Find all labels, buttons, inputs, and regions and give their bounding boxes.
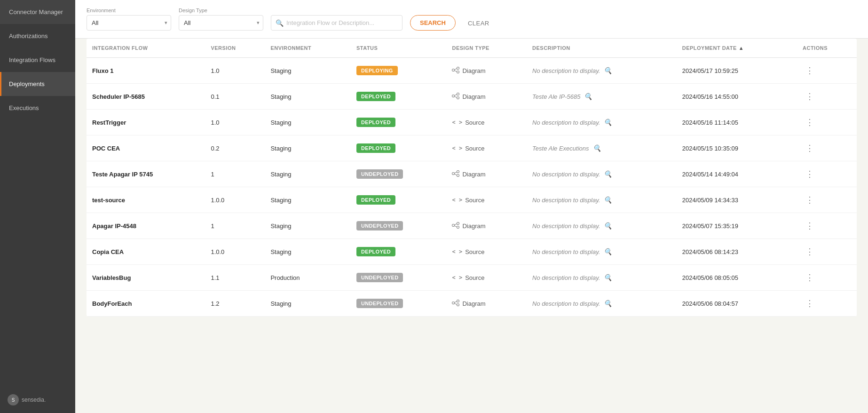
design-type-label: Source xyxy=(465,274,484,281)
magnify-icon[interactable]: 🔍 xyxy=(604,248,612,255)
search-input[interactable] xyxy=(271,15,402,31)
actions-menu-button[interactable]: ⋮ xyxy=(803,116,817,128)
design-type-filter-group: Design Type All Diagram Source xyxy=(179,8,263,31)
magnify-icon[interactable]: 🔍 xyxy=(593,144,601,152)
deployments-table: INTEGRATION FLOWVERSIONENVIRONMENTSTATUS… xyxy=(87,39,857,317)
svg-point-22 xyxy=(457,303,459,306)
status-badge: UNDEPLOYED xyxy=(356,169,403,179)
version-cell: 1.0 xyxy=(205,58,265,84)
version-cell: 0.2 xyxy=(205,135,265,161)
svg-line-13 xyxy=(455,172,457,173)
col-header-deployment-date[interactable]: DEPLOYMENT DATE▲ xyxy=(677,39,797,58)
description-cell: No description to display. 🔍 xyxy=(527,213,677,239)
svg-line-18 xyxy=(455,223,457,224)
description-text: No description to display. xyxy=(532,119,600,126)
status-cell: UNDEPLOYED xyxy=(351,213,446,239)
table-row: RestTrigger1.0StagingDEPLOYED< >Source N… xyxy=(87,110,857,135)
magnify-icon[interactable]: 🔍 xyxy=(604,222,612,230)
clear-button[interactable]: CLEAR xyxy=(463,16,494,31)
svg-point-20 xyxy=(452,302,455,304)
flow-name-cell: Apagar IP-4548 xyxy=(87,213,205,239)
flow-name-cell: POC CEA xyxy=(87,135,205,161)
environment-cell: Staging xyxy=(265,187,351,213)
environment-cell: Staging xyxy=(265,135,351,161)
search-wrapper: 🔍 xyxy=(271,15,402,31)
environment-cell: Staging xyxy=(265,291,351,317)
flow-name: Copia CEA xyxy=(92,248,124,255)
magnify-icon[interactable]: 🔍 xyxy=(604,196,612,204)
actions-menu-button[interactable]: ⋮ xyxy=(803,90,817,103)
deployment-date-cell: 2024/05/14 14:49:04 xyxy=(677,161,797,187)
design-type-select[interactable]: All Diagram Source xyxy=(179,15,263,31)
sidebar-item-authorizations[interactable]: Authorizations xyxy=(0,24,75,48)
description-text: Teste Ale Executions xyxy=(532,145,589,152)
diagram-icon xyxy=(452,300,459,308)
environment-select[interactable]: All Staging Production xyxy=(87,15,171,31)
actions-menu-button[interactable]: ⋮ xyxy=(803,194,817,206)
sidebar-item-integration-flows[interactable]: Integration Flows xyxy=(0,48,75,72)
design-type-cell: Diagram xyxy=(446,213,527,239)
magnify-icon[interactable]: 🔍 xyxy=(604,274,612,281)
environment-label: Environment xyxy=(87,8,171,13)
svg-line-9 xyxy=(455,96,457,97)
design-type-cell: Diagram xyxy=(446,161,527,187)
svg-point-21 xyxy=(457,300,459,302)
svg-point-5 xyxy=(452,95,455,97)
description-cell: Teste Ale IP-5685 🔍 xyxy=(527,84,677,110)
status-badge: DEPLOYED xyxy=(356,247,395,256)
sidebar-item-deployments[interactable]: Deployments xyxy=(0,72,75,96)
magnify-icon[interactable]: 🔍 xyxy=(604,170,612,178)
col-header-environment: ENVIRONMENT xyxy=(265,39,351,58)
svg-point-1 xyxy=(457,67,459,69)
status-badge: DEPLOYED xyxy=(356,118,395,127)
version-cell: 1.0.0 xyxy=(205,187,265,213)
design-type-cell: < >Source xyxy=(446,110,527,135)
description-text: No description to display. xyxy=(532,300,600,307)
design-type-label: Diagram xyxy=(462,222,485,230)
actions-menu-button[interactable]: ⋮ xyxy=(803,271,817,284)
magnify-icon[interactable]: 🔍 xyxy=(604,300,612,307)
environment-filter-group: Environment All Staging Production xyxy=(87,8,171,31)
flow-name-cell: test-source xyxy=(87,187,205,213)
magnify-icon[interactable]: 🔍 xyxy=(584,93,592,100)
source-icon: < > xyxy=(452,274,462,281)
flow-name: VariablesBug xyxy=(92,274,131,281)
magnify-icon[interactable]: 🔍 xyxy=(604,67,612,74)
status-cell: UNDEPLOYED xyxy=(351,161,446,187)
actions-cell: ⋮ xyxy=(797,265,857,291)
table-row: Copia CEA1.0.0StagingDEPLOYED< >Source N… xyxy=(87,239,857,265)
environment-cell: Staging xyxy=(265,84,351,110)
description-cell: No description to display. 🔍 xyxy=(527,239,677,265)
search-button[interactable]: SEARCH xyxy=(410,15,456,31)
diagram-icon xyxy=(452,222,459,230)
col-header-integration-flow: INTEGRATION FLOW xyxy=(87,39,205,58)
status-badge: UNDEPLOYED xyxy=(356,273,403,282)
sidebar: Connector ManagerAuthorizationsIntegrati… xyxy=(0,0,75,413)
description-text: No description to display. xyxy=(532,222,600,230)
svg-point-0 xyxy=(452,69,455,71)
flow-name: BodyForEach xyxy=(92,300,132,307)
sidebar-item-executions[interactable]: Executions xyxy=(0,96,75,120)
design-type-label: Diagram xyxy=(462,93,485,100)
magnify-icon[interactable]: 🔍 xyxy=(604,119,612,126)
design-type-label: Source xyxy=(465,248,484,255)
actions-menu-button[interactable]: ⋮ xyxy=(803,168,817,180)
flow-name: Apagar IP-4548 xyxy=(92,222,136,230)
design-type-cell: Diagram xyxy=(446,291,527,317)
deployment-date-cell: 2024/05/06 08:04:57 xyxy=(677,291,797,317)
col-header-design-type: DESIGN TYPE xyxy=(446,39,527,58)
description-text: No description to display. xyxy=(532,248,600,255)
actions-menu-button[interactable]: ⋮ xyxy=(803,220,817,232)
actions-menu-button[interactable]: ⋮ xyxy=(803,297,817,310)
sidebar-item-connector-manager[interactable]: Connector Manager xyxy=(0,0,75,24)
actions-menu-button[interactable]: ⋮ xyxy=(803,64,817,77)
svg-point-15 xyxy=(452,224,455,226)
source-icon: < > xyxy=(452,248,462,255)
source-icon: < > xyxy=(452,145,462,151)
description-cell: No description to display. 🔍 xyxy=(527,58,677,84)
col-header-actions: ACTIONS xyxy=(797,39,857,58)
flow-name-cell: RestTrigger xyxy=(87,110,205,135)
status-badge: DEPLOYED xyxy=(356,143,395,153)
actions-menu-button[interactable]: ⋮ xyxy=(803,142,817,154)
actions-menu-button[interactable]: ⋮ xyxy=(803,246,817,258)
